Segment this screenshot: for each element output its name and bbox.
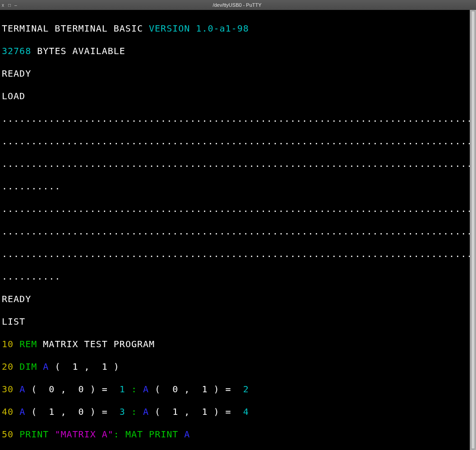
ready-prompt: READY [2, 68, 474, 79]
code-line-20: 20 DIM A ( 1 , 1 ) [2, 361, 474, 372]
terminal-output[interactable]: TERMINAL BTERMINAL BASIC VERSION 1.0-a1-… [0, 10, 476, 450]
load-progress: .......... [2, 181, 474, 192]
list-cmd: LIST [2, 316, 474, 327]
load-cmd: LOAD [2, 91, 474, 102]
minimize-icon[interactable]: – [14, 3, 18, 7]
code-line-50: 50 PRINT "MATRIX A": MAT PRINT A [2, 429, 474, 440]
mem-label: BYTES AVAILABLE [31, 46, 125, 56]
window-titlebar: x □ – /dev/ttyUSB0 - PuTTY [0, 0, 476, 10]
code-line-10: 10 REM MATRIX TEST PROGRAM [2, 339, 474, 350]
load-progress: .......... [2, 271, 474, 282]
load-progress: ........................................… [2, 113, 474, 124]
version-text: VERSION 1.0-a1-98 [149, 23, 249, 34]
scrollbar-thumb[interactable] [471, 11, 475, 449]
load-progress: ........................................… [2, 248, 474, 260]
code-line-30: 30 A ( 0 , 0 ) = 1 : A ( 0 , 1 ) = 2 [2, 384, 474, 395]
window-title: /dev/ttyUSB0 - PuTTY [18, 3, 456, 8]
close-icon[interactable]: x [2, 3, 5, 7]
load-progress: ........................................… [2, 226, 474, 237]
ready-prompt: READY [2, 294, 474, 305]
maximize-icon[interactable]: □ [8, 3, 12, 7]
code-line-40: 40 A ( 1 , 0 ) = 3 : A ( 1 , 1 ) = 4 [2, 406, 474, 418]
mem-bytes: 32768 [2, 46, 31, 56]
banner-text: TERMINAL BTERMINAL BASIC [2, 23, 149, 34]
load-progress: ........................................… [2, 203, 474, 215]
load-progress: ........................................… [2, 136, 474, 147]
scrollbar[interactable] [470, 10, 476, 450]
load-progress: ........................................… [2, 158, 474, 170]
